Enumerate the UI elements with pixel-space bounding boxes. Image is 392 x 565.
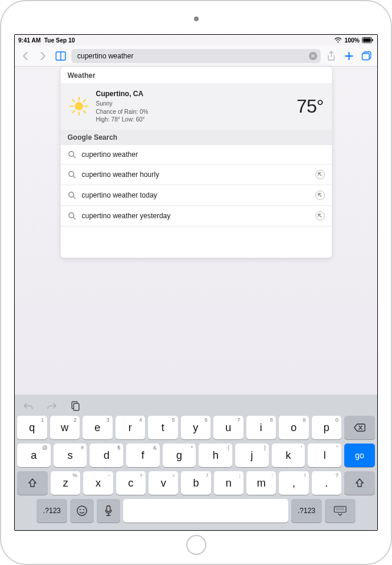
shift-key[interactable] [344,471,375,495]
emoji-key[interactable] [70,499,94,523]
tabs-button[interactable] [360,49,374,63]
address-field[interactable]: cupertino weather ✕ [71,49,321,63]
key-label: t [162,422,164,433]
key-x[interactable]: -x [83,471,113,495]
content-area: Weather Cupertino, CA Sunny Chance of Ra… [15,67,377,258]
key-c[interactable]: +c [116,471,146,495]
key-label: a [31,450,37,461]
key-secondary-label: ? [335,472,338,478]
key-u[interactable]: 7u [213,416,243,439]
hide-keyboard-key[interactable] [325,499,355,523]
battery-percent: 100% [344,37,360,44]
key-secondary-label: " [337,445,338,451]
key-,[interactable]: !, [279,471,308,495]
key-m[interactable]: :m [246,471,276,495]
space-key[interactable] [123,499,288,523]
bookmarks-button[interactable] [54,49,68,63]
key-secondary-label: $ [117,445,120,451]
key-f[interactable]: &f [126,444,160,467]
key-o[interactable]: 9o [279,416,309,439]
key-secondary-label: 4 [139,417,142,423]
key-z[interactable]: %z [51,471,80,495]
key-p[interactable]: 0p [312,416,342,439]
back-button[interactable] [18,49,32,63]
delete-icon [353,423,366,432]
go-key[interactable]: go [344,444,375,467]
clear-text-button[interactable]: ✕ [309,52,317,60]
key-i[interactable]: 8i [246,416,276,439]
dictation-key[interactable] [97,499,120,523]
key-secondary-label: # [81,445,84,451]
key-secondary-label: 8 [270,417,273,423]
sun-icon [69,96,89,116]
key-label: d [104,450,110,461]
key-g[interactable]: *g [163,444,196,467]
fill-suggestion-button[interactable] [315,170,325,179]
key-secondary-label: + [140,472,143,478]
browser-toolbar: cupertino weather ✕ [15,45,377,67]
key-secondary-label: 0 [335,417,338,423]
weather-card[interactable]: Cupertino, CA Sunny Chance of Rain: 0% H… [61,83,332,130]
key-q[interactable]: 1q [17,416,47,439]
key-secondary-label: ! [304,472,306,478]
svg-rect-23 [74,403,79,410]
home-button[interactable] [186,535,206,555]
svg-line-19 [73,196,75,198]
key-s[interactable]: #s [54,444,87,467]
key-label: q [29,422,35,433]
panel-empty-space [61,226,332,258]
numbers-key[interactable]: .?123 [37,499,67,523]
key-secondary-label: ( [228,445,229,451]
fill-suggestion-button[interactable] [315,190,325,200]
key-label: x [95,478,101,488]
clipboard-button[interactable] [69,399,82,412]
key-y[interactable]: 6y [181,416,211,439]
search-suggestion[interactable]: cupertino weather [61,145,332,165]
key-secondary-label: 9 [302,417,305,423]
new-tab-button[interactable] [342,49,356,63]
key-e[interactable]: 3e [83,416,113,439]
svg-point-24 [77,506,87,515]
search-suggestion[interactable]: cupertino weather yesterday [61,206,332,226]
status-time: 9:41 AM [18,37,41,44]
key-v[interactable]: =v [149,471,178,495]
status-date: Tue Sep 10 [44,37,75,44]
key-secondary-label: * [191,445,193,451]
keyboard-shortcut-bar [17,397,375,415]
key-secondary-label: 6 [205,417,207,423]
suggestion-text: cupertino weather hourly [82,170,309,179]
undo-button[interactable] [22,399,35,412]
weather-condition: Sunny [96,100,290,108]
key-l[interactable]: "l [308,444,341,467]
key-secondary-label: & [153,445,157,451]
shift-key[interactable] [17,471,48,495]
screen: 9:41 AM Tue Sep 10 100% [14,34,378,531]
forward-button[interactable] [36,49,50,63]
svg-line-11 [83,111,85,113]
search-suggestion[interactable]: cupertino weather hourly [61,165,332,185]
key-j[interactable]: )j [235,444,269,467]
share-button[interactable] [324,49,338,63]
delete-key[interactable] [344,416,375,439]
key-label: w [61,422,68,433]
search-suggestion[interactable]: cupertino weather today [61,185,332,206]
shift-icon [354,478,365,488]
numbers-key[interactable]: .?123 [291,499,322,523]
svg-rect-1 [363,38,371,42]
redo-button[interactable] [45,399,58,412]
key-b[interactable]: /b [181,471,210,495]
key-label: n [226,478,232,488]
key-w[interactable]: 2w [50,416,80,439]
key-n[interactable]: ;n [214,471,243,495]
key-.[interactable]: ?. [312,471,341,495]
key-h[interactable]: (h [199,444,232,467]
key-r[interactable]: 4r [116,416,146,439]
key-k[interactable]: 'k [272,444,305,467]
key-label: r [129,422,132,433]
key-t[interactable]: 5t [148,416,178,439]
svg-rect-2 [373,39,374,41]
weather-location: Cupertino, CA [96,89,290,98]
fill-suggestion-button[interactable] [315,211,325,221]
key-a[interactable]: @a [17,444,51,467]
key-d[interactable]: $d [90,444,123,467]
